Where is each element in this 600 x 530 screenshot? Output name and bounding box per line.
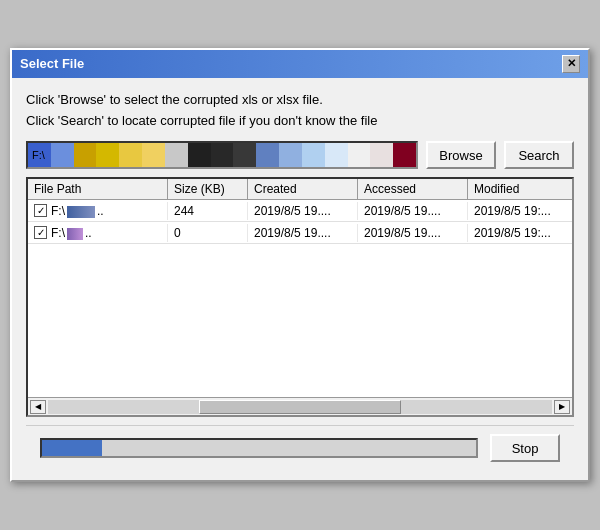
instructions: Click 'Browse' to select the corrupted x… [26,90,574,132]
filepath-1-text: F:\.. [51,204,104,218]
color-seg-6 [142,143,165,167]
search-button[interactable]: Search [504,141,574,169]
cell-size-2: 0 [168,224,248,242]
color-seg-4 [96,143,119,167]
progress-bar [42,440,476,456]
scroll-track[interactable] [48,400,552,414]
color-seg-13 [302,143,325,167]
color-seg-16 [370,143,393,167]
color-seg-17 [393,143,416,167]
scroll-right-arrow[interactable]: ▶ [554,400,570,414]
browse-button[interactable]: Browse [426,141,496,169]
color-seg-15 [348,143,371,167]
cell-size-1: 244 [168,202,248,220]
color-seg-14 [325,143,348,167]
cell-accessed-1: 2019/8/5 19.... [358,202,468,220]
color-seg-9 [211,143,234,167]
color-seg-5 [119,143,142,167]
col-header-modified: Modified [468,179,574,199]
row2-checkbox[interactable] [34,226,47,239]
cell-created-1: 2019/8/5 19.... [248,202,358,220]
color-seg-12 [279,143,302,167]
color-seg-7 [165,143,188,167]
row1-checkbox[interactable] [34,204,47,217]
scroll-left-arrow[interactable]: ◀ [30,400,46,414]
scroll-thumb[interactable] [199,400,401,414]
cell-filepath-2: F:\.. [28,224,168,242]
cell-modified-2: 2019/8/5 19:... [468,224,572,242]
dialog-body: Click 'Browse' to select the corrupted x… [12,78,588,481]
progress-container [40,438,478,458]
path-input-container[interactable]: F:\ [26,141,418,169]
table-row[interactable]: F:\.. 0 2019/8/5 19.... 2019/8/5 19.... … [28,222,572,244]
cell-accessed-2: 2019/8/5 19.... [358,224,468,242]
cell-filepath-1: F:\.. [28,202,168,220]
color-seg-11 [256,143,279,167]
color-seg-10 [233,143,256,167]
instruction-line2: Click 'Search' to locate corrupted file … [26,111,574,132]
color-seg-3 [74,143,97,167]
table-body: F:\.. 244 2019/8/5 19.... 2019/8/5 19...… [28,200,572,397]
close-button[interactable]: ✕ [562,55,580,73]
stop-button[interactable]: Stop [490,434,560,462]
instruction-line1: Click 'Browse' to select the corrupted x… [26,90,574,111]
progress-seg-1 [42,440,62,456]
filepath-2-text: F:\.. [51,226,92,240]
file-table: File Path Size (KB) Created Accessed Mod… [26,177,574,417]
path-row: F:\ Browse Search [26,141,574,169]
cell-modified-1: 2019/8/5 19:... [468,202,572,220]
progress-seg-2 [62,440,82,456]
bottom-bar: Stop [26,425,574,470]
title-bar: Select File ✕ [12,50,588,78]
progress-seg-3 [82,440,102,456]
color-seg-8 [188,143,211,167]
col-header-accessed: Accessed [358,179,468,199]
color-seg-2 [51,143,74,167]
table-header: File Path Size (KB) Created Accessed Mod… [28,179,572,200]
table-row[interactable]: F:\.. 244 2019/8/5 19.... 2019/8/5 19...… [28,200,572,222]
select-file-dialog: Select File ✕ Click 'Browse' to select t… [10,48,590,483]
col-header-filepath: File Path [28,179,168,199]
horizontal-scrollbar[interactable]: ◀ ▶ [28,397,572,415]
color-seg-1 [28,143,51,167]
col-header-created: Created [248,179,358,199]
dialog-title: Select File [20,56,84,71]
col-header-size: Size (KB) [168,179,248,199]
path-color-bar [28,143,416,167]
cell-created-2: 2019/8/5 19.... [248,224,358,242]
